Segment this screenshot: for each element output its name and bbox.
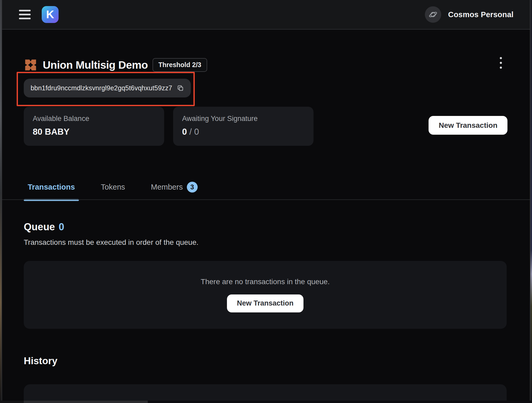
tab-tokens[interactable]: Tokens: [97, 182, 129, 201]
stat-value: 0 / 0: [182, 127, 314, 137]
stats-row: Available Balance 80 BABY Awaiting Your …: [24, 107, 314, 146]
window-bottom-edge-light: [24, 401, 148, 403]
menu-bar: [19, 10, 31, 11]
new-transaction-button[interactable]: New Transaction: [429, 116, 507, 135]
available-balance-card: Available Balance 80 BABY: [24, 107, 164, 146]
wallet-address-pill[interactable]: bbn1fdru9nccmdlzksvnrgl9e2gq5t6vqhxut59z…: [24, 79, 191, 97]
menu-bar: [19, 14, 31, 15]
top-bar: K Cosmos Personal: [0, 0, 532, 30]
new-transaction-button-empty-state[interactable]: New Transaction: [227, 294, 304, 312]
queue-empty-state: There are no transactions in the queue. …: [24, 261, 507, 329]
tab-bar: Transactions Tokens Members 3: [24, 182, 202, 201]
menu-bar: [19, 18, 31, 19]
kebab-dot: [500, 67, 502, 69]
window-scrollbar-edge[interactable]: [530, 0, 532, 403]
wallet-address: bbn1fdru9nccmdlzksvnrgl9e2gq5t6vqhxut59z…: [31, 84, 172, 92]
window-edge-left: [0, 0, 2, 403]
stat-label: Available Balance: [33, 115, 164, 123]
union-multisig-icon: [24, 58, 37, 72]
stat-value: 80 BABY: [33, 127, 164, 137]
threshold-badge: Threshold 2/3: [153, 58, 207, 72]
account-avatar: [425, 6, 441, 23]
menu-icon[interactable]: [19, 10, 31, 19]
queue-heading: Queue 0: [24, 221, 64, 233]
tab-members[interactable]: Members 3: [147, 182, 202, 201]
members-count-badge: 3: [187, 182, 198, 193]
keplr-logo[interactable]: K: [42, 6, 59, 23]
account-switcher[interactable]: Cosmos Personal: [425, 6, 514, 23]
tab-transactions[interactable]: Transactions: [24, 182, 79, 201]
queue-count: 0: [59, 221, 64, 233]
logo-letter: K: [46, 9, 54, 20]
history-heading: History: [24, 355, 57, 367]
window-bottom-edge-left: [0, 401, 24, 403]
kebab-dot: [500, 62, 502, 64]
copy-icon[interactable]: [177, 85, 184, 92]
wallet-title-row: Union Multisig Demo Threshold 2/3: [24, 58, 207, 72]
awaiting-signature-card: Awaiting Your Signature 0 / 0: [173, 107, 314, 146]
kebab-dot: [500, 57, 502, 59]
stat-label: Awaiting Your Signature: [182, 115, 314, 123]
more-options-icon[interactable]: [496, 57, 506, 69]
tab-divider: [0, 199, 532, 200]
planet-icon: [428, 10, 438, 19]
queue-subtitle: Transactions must be executed in order o…: [24, 238, 198, 247]
history-card: [24, 384, 507, 403]
page-title: Union Multisig Demo: [43, 59, 148, 71]
queue-empty-message: There are no transactions in the queue.: [201, 278, 330, 286]
multisig-dashboard: K Cosmos Personal Union Multisig Demo Th…: [0, 0, 532, 403]
account-name: Cosmos Personal: [448, 10, 514, 19]
